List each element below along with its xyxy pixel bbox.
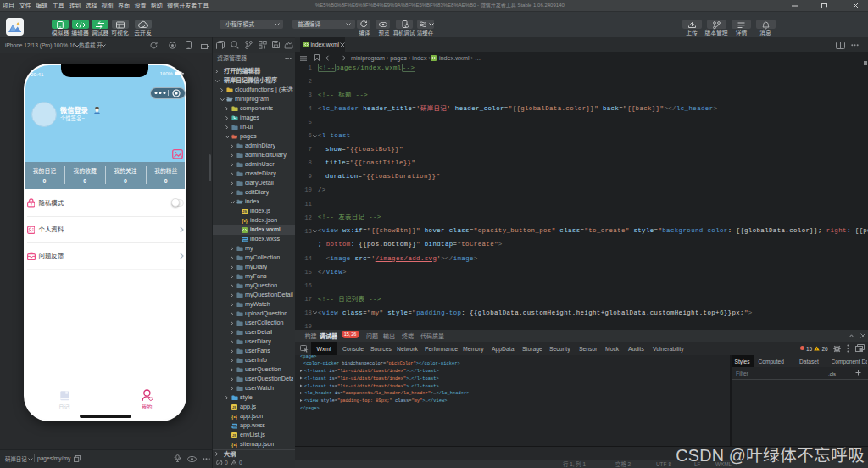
svg-text:{•}: {•} <box>231 414 237 420</box>
svg-text:{•}: {•} <box>242 218 248 224</box>
svg-text:{•}: {•} <box>231 442 237 448</box>
svg-text:JS: JS <box>242 209 247 214</box>
svg-text:JS: JS <box>232 405 236 410</box>
svg-text:JS: JS <box>232 433 236 437</box>
